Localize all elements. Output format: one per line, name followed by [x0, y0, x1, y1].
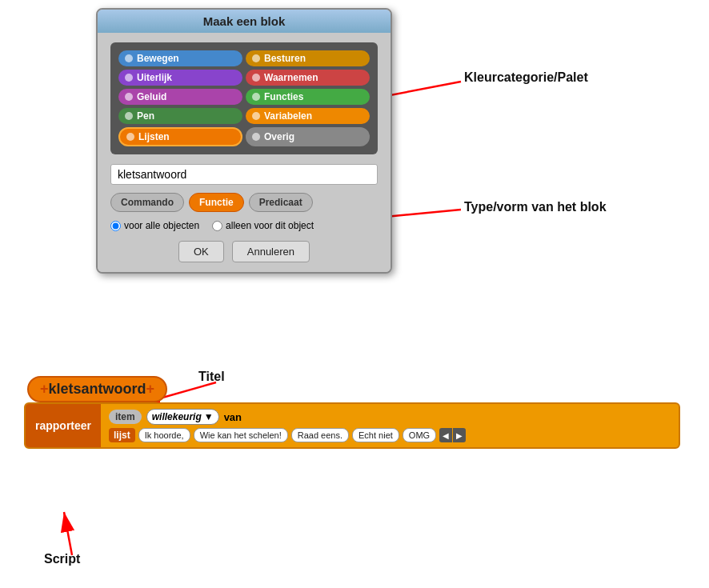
block-title-pill: + kletsantwoord +	[27, 376, 167, 402]
list-item-1[interactable]: Wie kan het schelen!	[194, 428, 288, 442]
radio-row: voor alle objecten alleen voor dit objec…	[110, 220, 378, 231]
blocks-area: + kletsantwoord + rapporteer item willek…	[24, 376, 680, 449]
plus-left-icon: +	[40, 381, 49, 398]
dropdown-value: willekeurig	[152, 411, 202, 422]
palette-label-variabelen: Variabelen	[264, 110, 312, 122]
list-item-0[interactable]: Ik hoorde,	[138, 428, 190, 442]
palette-label-geluid: Geluid	[137, 91, 166, 102]
annotation-script: Script	[44, 552, 80, 566]
palette-btn-functies[interactable]: Functies	[246, 89, 370, 105]
plus-right-icon: +	[146, 381, 155, 398]
radio-alle-objecten[interactable]: voor alle objecten	[110, 220, 199, 231]
list-label: lijst	[109, 428, 135, 442]
palette-label-bewegen: Bewegen	[137, 53, 179, 64]
annotation-kleurcategorie: Kleurcategorie/Palet	[464, 70, 588, 85]
palette-btn-uiterlijk[interactable]: Uiterlijk	[118, 70, 242, 86]
palette-dot	[125, 74, 133, 82]
type-buttons-row: Commando Functie Predicaat	[110, 193, 378, 212]
reporter-label: rapporteer	[26, 404, 101, 447]
block-name-input[interactable]	[110, 164, 378, 185]
palette-label-functies: Functies	[264, 91, 303, 102]
palette-dot	[125, 54, 133, 62]
radio-alle-label: voor alle objecten	[124, 220, 199, 231]
dialog-body: Bewegen Besturen Uiterlijk Waarnemen Gel…	[98, 33, 391, 272]
palette-dot	[252, 133, 260, 141]
radio-dit-input[interactable]	[212, 221, 222, 231]
list-item-2[interactable]: Raad eens.	[291, 428, 349, 442]
palette-label-pen: Pen	[137, 110, 154, 122]
list-item-3[interactable]: Echt niet	[352, 428, 399, 442]
palette-label-lijsten: Lijsten	[138, 131, 170, 142]
type-btn-predicaat[interactable]: Predicaat	[249, 193, 313, 212]
radio-dit-object[interactable]: alleen voor dit object	[212, 220, 314, 231]
ok-button[interactable]: OK	[178, 241, 224, 262]
palette-btn-besturen[interactable]: Besturen	[246, 50, 370, 66]
item-label: item	[109, 410, 142, 424]
palette-btn-waarnemen[interactable]: Waarnemen	[246, 70, 370, 86]
nav-arrows: ◀ ▶	[439, 428, 466, 442]
palette-dot	[125, 93, 133, 101]
palette-dot	[252, 112, 260, 120]
cancel-button[interactable]: Annuleren	[232, 241, 310, 262]
palette-dot	[252, 74, 260, 82]
dialog-maak-een-blok: Maak een blok Bewegen Besturen Uiterlijk…	[96, 8, 392, 274]
dropdown-willekeurig[interactable]: willekeurig ▼	[146, 409, 219, 425]
palette-btn-overig[interactable]: Overig	[246, 127, 370, 146]
palette-label-uiterlijk: Uiterlijk	[137, 72, 172, 83]
palette-grid: Bewegen Besturen Uiterlijk Waarnemen Gel…	[110, 42, 378, 154]
palette-dot	[252, 54, 260, 62]
dropdown-arrow-icon: ▼	[204, 411, 214, 422]
van-label: van	[224, 411, 242, 423]
palette-label-waarnemen: Waarnemen	[264, 72, 318, 83]
palette-btn-bewegen[interactable]: Bewegen	[118, 50, 242, 66]
palette-dot	[125, 112, 133, 120]
palette-label-besturen: Besturen	[264, 53, 306, 64]
palette-btn-variabelen[interactable]: Variabelen	[246, 108, 370, 124]
svg-line-4	[64, 512, 72, 555]
list-item-4[interactable]: OMG	[403, 428, 436, 442]
palette-btn-geluid[interactable]: Geluid	[118, 89, 242, 105]
palette-dot	[126, 133, 134, 141]
reporter-row1: item willekeurig ▼ van	[109, 409, 671, 425]
reporter-block: rapporteer item willekeurig ▼ van lijst …	[24, 402, 680, 449]
nav-right-button[interactable]: ▶	[453, 428, 466, 442]
dialog-actions: OK Annuleren	[110, 241, 378, 262]
palette-btn-pen[interactable]: Pen	[118, 108, 242, 124]
palette-btn-lijsten[interactable]: Lijsten	[118, 127, 242, 146]
radio-alle-input[interactable]	[110, 221, 121, 231]
palette-label-overig: Overig	[264, 131, 294, 142]
annotation-typevorm: Type/vorm van het blok	[464, 200, 607, 214]
block-title-label: kletsantwoord	[49, 381, 146, 398]
dialog-title: Maak een blok	[98, 10, 391, 33]
radio-dit-label: alleen voor dit object	[226, 220, 314, 231]
reporter-inner: item willekeurig ▼ van lijst Ik hoorde, …	[101, 404, 679, 447]
palette-dot	[252, 93, 260, 101]
type-btn-functie[interactable]: Functie	[189, 193, 244, 212]
reporter-row2: lijst Ik hoorde, Wie kan het schelen! Ra…	[109, 428, 671, 442]
type-btn-commando[interactable]: Commando	[110, 193, 184, 212]
nav-left-button[interactable]: ◀	[439, 428, 452, 442]
